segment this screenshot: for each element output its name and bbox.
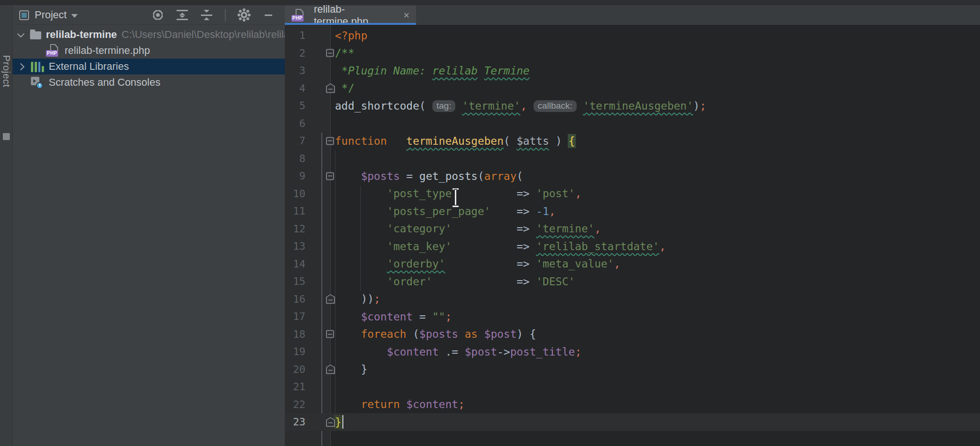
- tool-stripe-icon[interactable]: [3, 133, 10, 140]
- code-text: 'meta_key' => 'relilab_startdate',: [335, 240, 666, 253]
- tree-item-external-libraries[interactable]: External Libraries: [13, 59, 285, 74]
- code-text: ));: [335, 293, 380, 305]
- project-tree: relilab-termineC:\Users\Daniel\Desktop\r…: [13, 25, 285, 90]
- project-panel: Project relilab-termineC:\Users\Daniel\D…: [13, 6, 285, 446]
- code-text: }: [335, 363, 367, 375]
- code-line-3[interactable]: 3 *Plugin Name: relilab Termine: [285, 62, 980, 80]
- line-number: 16: [285, 293, 305, 305]
- line-number: 7: [285, 135, 305, 147]
- editor-tab-bar: PHP relilab-termine.php ×: [285, 6, 980, 25]
- tab-relilab-termine-php[interactable]: PHP relilab-termine.php ×: [285, 6, 416, 25]
- gear-icon[interactable]: [238, 9, 250, 21]
- code-line-7[interactable]: 7function termineAusgeben( $atts ) {: [285, 132, 980, 150]
- line-number: 12: [285, 223, 305, 235]
- code-line-12[interactable]: 12 'category' => 'termine',: [285, 220, 980, 238]
- line-number: 14: [285, 258, 305, 270]
- tree-item-scratches-and-consoles[interactable]: Scratches and Consoles: [13, 74, 285, 90]
- fold-start-icon[interactable]: [326, 49, 334, 57]
- code-line-22[interactable]: 22 return $content;: [285, 396, 980, 414]
- code-text: }: [335, 415, 343, 429]
- fold-end-icon[interactable]: [326, 294, 335, 304]
- code-text: *Plugin Name: relilab Termine: [335, 65, 529, 77]
- close-icon[interactable]: ×: [403, 10, 409, 21]
- code-text: return $content;: [335, 398, 465, 410]
- tree-item-path: C:\Users\Daniel\Desktop\relilab\relilab-…: [122, 29, 285, 41]
- line-number: 18: [285, 328, 305, 340]
- chevron-spacer: [34, 48, 46, 53]
- mouse-ibeam-cursor: [451, 188, 461, 207]
- code-text: $content .= $post->post_title;: [335, 346, 581, 358]
- code-line-18[interactable]: 18 foreach ($posts as $post) {: [285, 326, 980, 343]
- project-panel-title[interactable]: Project: [35, 9, 67, 21]
- php-file-icon: PHP: [291, 8, 305, 22]
- tree-item-label: relilab-termine.php: [65, 45, 150, 57]
- fold-start-icon[interactable]: [326, 330, 334, 338]
- line-number: 11: [285, 205, 305, 217]
- line-number: 19: [285, 346, 305, 357]
- collapse-all-icon[interactable]: [200, 9, 213, 21]
- chevron-spacer: [18, 80, 30, 85]
- line-number: 17: [285, 311, 305, 322]
- text-caret: [342, 415, 343, 429]
- code-line-5[interactable]: 5add_shortcode( tag: 'termine', callback…: [285, 97, 980, 115]
- code-text: <?php: [335, 30, 367, 42]
- line-number: 9: [285, 170, 305, 182]
- fold-end-icon[interactable]: [326, 417, 335, 427]
- code-line-11[interactable]: 11 'posts_per_page' => -1,: [285, 202, 980, 220]
- code-text: 'posts_per_page' => -1,: [335, 205, 556, 217]
- editor-area: PHP relilab-termine.php × 1<?php2/**3 *P…: [285, 6, 980, 446]
- locate-file-icon[interactable]: [152, 9, 164, 21]
- chevron-down-icon[interactable]: [71, 14, 78, 18]
- line-number: 23: [285, 416, 305, 428]
- php-file-icon: PHP: [46, 44, 60, 58]
- code-text: 'order' => 'DESC': [335, 275, 575, 288]
- line-number: 8: [285, 153, 305, 164]
- chevron-down-icon[interactable]: [17, 30, 25, 37]
- code-line-13[interactable]: 13 'meta_key' => 'relilab_startdate',: [285, 238, 980, 255]
- code-editor[interactable]: 1<?php2/**3 *Plugin Name: relilab Termin…: [285, 25, 980, 446]
- code-text: add_shortcode( tag: 'termine', callback:…: [335, 100, 706, 112]
- code-text: $content = "";: [335, 311, 452, 323]
- code-line-4[interactable]: 4 */: [285, 80, 980, 97]
- fold-start-icon[interactable]: [326, 172, 334, 180]
- code-line-19[interactable]: 19 $content .= $post->post_title;: [285, 343, 980, 361]
- line-number: 2: [285, 47, 305, 59]
- code-lines: 1<?php2/**3 *Plugin Name: relilab Termin…: [285, 27, 980, 431]
- code-line-23[interactable]: 23}: [285, 413, 980, 431]
- code-line-10[interactable]: 10 'post_type' => 'post',: [285, 185, 980, 203]
- ide-window: Project Project relilab-termineC:\Users\…: [0, 0, 980, 446]
- line-number: 10: [285, 188, 305, 200]
- line-number: 21: [285, 381, 305, 393]
- code-line-9[interactable]: 9 $posts = get_posts(array(: [285, 167, 980, 185]
- fold-end-icon[interactable]: [326, 83, 335, 93]
- tree-item-label: Scratches and Consoles: [49, 76, 160, 89]
- code-line-14[interactable]: 14 'orderby' => 'meta_value',: [285, 255, 980, 273]
- project-tool-icon: [19, 10, 29, 20]
- line-number: 20: [285, 364, 305, 375]
- left-tool-stripe: Project: [0, 6, 13, 446]
- expand-all-icon[interactable]: [176, 9, 188, 21]
- tree-item-relilab-termine-php[interactable]: PHPrelilab-termine.php: [13, 43, 285, 59]
- code-line-15[interactable]: 15 'order' => 'DESC': [285, 273, 980, 290]
- line-number: 6: [285, 118, 305, 129]
- hide-panel-icon[interactable]: [262, 9, 275, 21]
- code-line-2[interactable]: 2/**: [285, 45, 980, 62]
- chevron-right-icon[interactable]: [17, 63, 25, 70]
- toolbar-divider: [225, 9, 226, 21]
- code-line-20[interactable]: 20 }: [285, 361, 980, 379]
- tree-item-relilab-termine[interactable]: relilab-termineC:\Users\Daniel\Desktop\r…: [13, 27, 285, 43]
- fold-end-icon[interactable]: [326, 364, 335, 374]
- code-line-17[interactable]: 17 $content = "";: [285, 308, 980, 326]
- fold-start-icon[interactable]: [326, 137, 334, 145]
- code-line-21[interactable]: 21: [285, 378, 980, 396]
- line-number: 4: [285, 82, 305, 94]
- code-line-1[interactable]: 1<?php: [285, 27, 980, 45]
- code-line-16[interactable]: 16 ));: [285, 290, 980, 308]
- scratches-icon: [30, 76, 44, 89]
- code-text: $posts = get_posts(array(: [335, 170, 523, 182]
- code-text: 'category' => 'termine',: [335, 223, 601, 235]
- project-stripe-label[interactable]: Project: [1, 55, 12, 88]
- line-number: 5: [285, 100, 305, 112]
- code-line-8[interactable]: 8: [285, 150, 980, 168]
- code-line-6[interactable]: 6: [285, 115, 980, 133]
